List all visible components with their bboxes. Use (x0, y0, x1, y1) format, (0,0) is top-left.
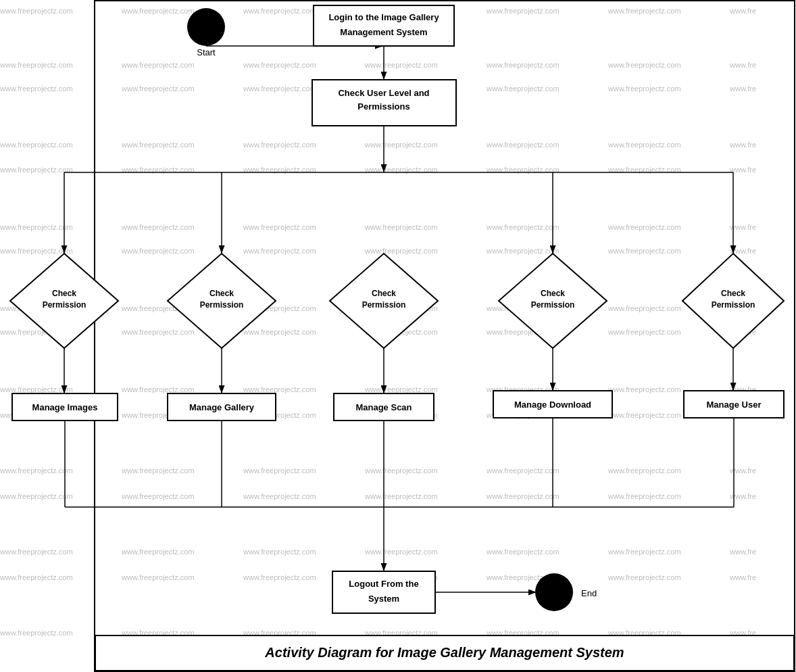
diamond-1-label-line1: Check (52, 289, 76, 298)
svg-text:www.freeprojectz.com: www.freeprojectz.com (121, 328, 195, 336)
svg-text:www.freeprojectz.com: www.freeprojectz.com (243, 223, 316, 231)
svg-text:www.fre: www.fre (729, 548, 756, 556)
svg-text:www.freeprojectz.com: www.freeprojectz.com (364, 61, 438, 69)
svg-text:www.freeprojectz.com: www.freeprojectz.com (121, 466, 195, 475)
manage-user-label: Manage User (707, 400, 762, 410)
svg-text:www.freeprojectz.com: www.freeprojectz.com (0, 247, 73, 255)
diamond-5-label-line2: Permission (712, 300, 755, 310)
svg-text:www.freeprojectz.com: www.freeprojectz.com (607, 61, 681, 69)
svg-text:www.freeprojectz.com: www.freeprojectz.com (0, 7, 73, 15)
svg-text:www.freeprojectz.com: www.freeprojectz.com (121, 61, 195, 69)
svg-text:www.freeprojectz.com: www.freeprojectz.com (0, 629, 73, 637)
svg-text:www.freeprojectz.com: www.freeprojectz.com (121, 247, 195, 255)
svg-text:www.freeprojectz.com: www.freeprojectz.com (243, 492, 316, 500)
svg-text:www.freeprojectz.com: www.freeprojectz.com (0, 548, 73, 556)
svg-text:www.freeprojectz.com: www.freeprojectz.com (121, 492, 195, 500)
logout-box (332, 571, 435, 613)
svg-text:www.freeprojectz.com: www.freeprojectz.com (607, 304, 681, 312)
login-label-line1: Login to the Image Gallery (328, 12, 439, 22)
svg-text:www.freeprojectz.com: www.freeprojectz.com (0, 85, 73, 93)
svg-text:www.freeprojectz.com: www.freeprojectz.com (243, 85, 316, 93)
svg-text:www.freeprojectz.com: www.freeprojectz.com (121, 573, 195, 581)
diagram-title: Activity Diagram for Image Gallery Manag… (264, 645, 624, 660)
svg-text:www.freeprojectz.com: www.freeprojectz.com (364, 141, 438, 149)
svg-text:www.freeprojectz.com: www.freeprojectz.com (121, 85, 195, 93)
logout-label-line1: Logout From the (349, 579, 418, 589)
svg-text:www.fre: www.fre (729, 492, 756, 500)
svg-text:www.freeprojectz.com: www.freeprojectz.com (607, 141, 681, 149)
svg-text:www.freeprojectz.com: www.freeprojectz.com (121, 548, 195, 556)
svg-text:www.freeprojectz.com: www.freeprojectz.com (121, 385, 195, 393)
svg-text:www.freeprojectz.com: www.freeprojectz.com (0, 141, 73, 149)
svg-text:www.freeprojectz.com: www.freeprojectz.com (0, 492, 73, 500)
svg-text:www.freeprojectz.com: www.freeprojectz.com (364, 548, 438, 556)
svg-text:www.freeprojectz.com: www.freeprojectz.com (121, 141, 195, 149)
svg-text:www.freeprojectz.com: www.freeprojectz.com (243, 385, 316, 393)
svg-text:www.fre: www.fre (729, 466, 756, 475)
svg-text:www.fre: www.fre (729, 61, 756, 69)
svg-text:www.freeprojectz.com: www.freeprojectz.com (607, 466, 681, 475)
svg-text:www.fre: www.fre (729, 141, 756, 149)
svg-text:www.freeprojectz.com: www.freeprojectz.com (243, 61, 316, 69)
manage-images-label: Manage Images (32, 402, 98, 412)
svg-text:www.freeprojectz.com: www.freeprojectz.com (607, 328, 681, 336)
svg-text:www.freeprojectz.com: www.freeprojectz.com (243, 573, 316, 581)
diamond-3-label-line2: Permission (362, 300, 406, 310)
diagram-area: www.freeprojectz.com www.freeprojectz.co… (0, 0, 796, 672)
svg-text:www.freeprojectz.com: www.freeprojectz.com (364, 385, 438, 393)
svg-text:www.freeprojectz.com: www.freeprojectz.com (607, 7, 681, 15)
manage-gallery-label: Manage Gallery (189, 402, 255, 412)
end-node (535, 573, 573, 611)
svg-text:www.freeprojectz.com: www.freeprojectz.com (243, 247, 316, 255)
svg-text:www.fre: www.fre (729, 7, 756, 15)
svg-text:www.freeprojectz.com: www.freeprojectz.com (607, 492, 681, 500)
svg-text:www.freeprojectz.com: www.freeprojectz.com (607, 385, 681, 393)
svg-text:www.freeprojectz.com: www.freeprojectz.com (486, 548, 559, 556)
svg-text:www.freeprojectz.com: www.freeprojectz.com (0, 61, 73, 69)
svg-text:www.freeprojectz.com: www.freeprojectz.com (486, 141, 559, 149)
svg-text:www.freeprojectz.com: www.freeprojectz.com (0, 466, 73, 475)
svg-text:www.freeprojectz.com: www.freeprojectz.com (243, 328, 316, 336)
svg-text:www.freeprojectz.com: www.freeprojectz.com (486, 492, 559, 500)
svg-text:www.freeprojectz.com: www.freeprojectz.com (243, 141, 316, 149)
svg-text:www.freeprojectz.com: www.freeprojectz.com (0, 166, 73, 174)
svg-text:www.freeprojectz.com: www.freeprojectz.com (364, 247, 438, 255)
diamond-4-label-line2: Permission (531, 300, 575, 310)
svg-text:www.freeprojectz.com: www.freeprojectz.com (0, 223, 73, 231)
svg-text:www.freeprojectz.com: www.freeprojectz.com (0, 385, 73, 393)
login-label-line2: Management System (340, 27, 427, 37)
diamond-5-label-line1: Check (721, 289, 745, 298)
start-node (187, 8, 225, 46)
diamond-2-label-line1: Check (209, 289, 234, 298)
svg-text:www.fre: www.fre (729, 85, 756, 93)
logout-label-line2: System (368, 594, 399, 604)
svg-text:www.freeprojectz.com: www.freeprojectz.com (364, 223, 438, 231)
diamond-4-label-line1: Check (541, 289, 565, 298)
start-label: Start (197, 47, 216, 57)
svg-text:www.freeprojectz.com: www.freeprojectz.com (243, 466, 316, 475)
svg-text:www.freeprojectz.com: www.freeprojectz.com (607, 223, 681, 231)
diamond-2-label-line2: Permission (200, 300, 244, 310)
svg-text:www.freeprojectz.com: www.freeprojectz.com (486, 61, 559, 69)
svg-text:www.freeprojectz.com: www.freeprojectz.com (486, 466, 559, 475)
diamond-3-label-line1: Check (372, 289, 396, 298)
manage-download-label: Manage Download (514, 400, 591, 410)
svg-text:www.freeprojectz.com: www.freeprojectz.com (486, 223, 559, 231)
svg-text:www.fre: www.fre (729, 573, 756, 581)
svg-text:www.freeprojectz.com: www.freeprojectz.com (607, 247, 681, 255)
svg-text:www.freeprojectz.com: www.freeprojectz.com (486, 247, 559, 255)
svg-text:www.freeprojectz.com: www.freeprojectz.com (607, 548, 681, 556)
check-level-line1: Check User Level and (338, 88, 429, 98)
manage-scan-label: Manage Scan (355, 402, 412, 412)
svg-text:www.freeprojectz.com: www.freeprojectz.com (486, 7, 559, 15)
svg-text:www.freeprojectz.com: www.freeprojectz.com (607, 573, 681, 581)
svg-text:www.freeprojectz.com: www.freeprojectz.com (364, 492, 438, 500)
svg-text:www.freeprojectz.com: www.freeprojectz.com (364, 466, 438, 475)
svg-text:www.freeprojectz.com: www.freeprojectz.com (243, 7, 316, 15)
svg-text:www.freeprojectz.com: www.freeprojectz.com (243, 548, 316, 556)
svg-text:www.freeprojectz.com: www.freeprojectz.com (607, 411, 681, 419)
svg-text:www.freeprojectz.com: www.freeprojectz.com (121, 223, 195, 231)
svg-text:www.freeprojectz.com: www.freeprojectz.com (607, 85, 681, 93)
diamond-1-label-line2: Permission (43, 300, 86, 310)
end-label: End (581, 588, 597, 598)
